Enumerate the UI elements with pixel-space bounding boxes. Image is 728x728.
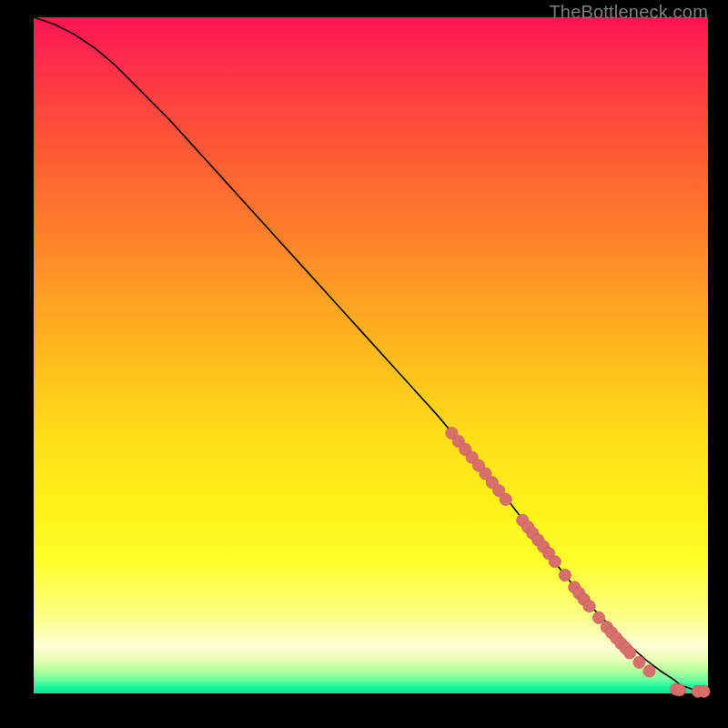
curve-line — [34, 17, 708, 692]
data-marker — [500, 493, 511, 505]
data-marker — [623, 647, 635, 659]
data-marker — [592, 612, 604, 623]
chart-stage: TheBottleneck.com — [0, 0, 728, 728]
data-marker — [673, 684, 685, 696]
data-marker — [549, 555, 561, 567]
data-marker — [559, 569, 571, 581]
data-marker — [643, 665, 655, 677]
markers-group — [446, 427, 710, 697]
data-marker — [583, 600, 595, 612]
data-marker — [698, 685, 710, 697]
chart-svg — [34, 17, 708, 693]
data-marker — [633, 656, 645, 668]
